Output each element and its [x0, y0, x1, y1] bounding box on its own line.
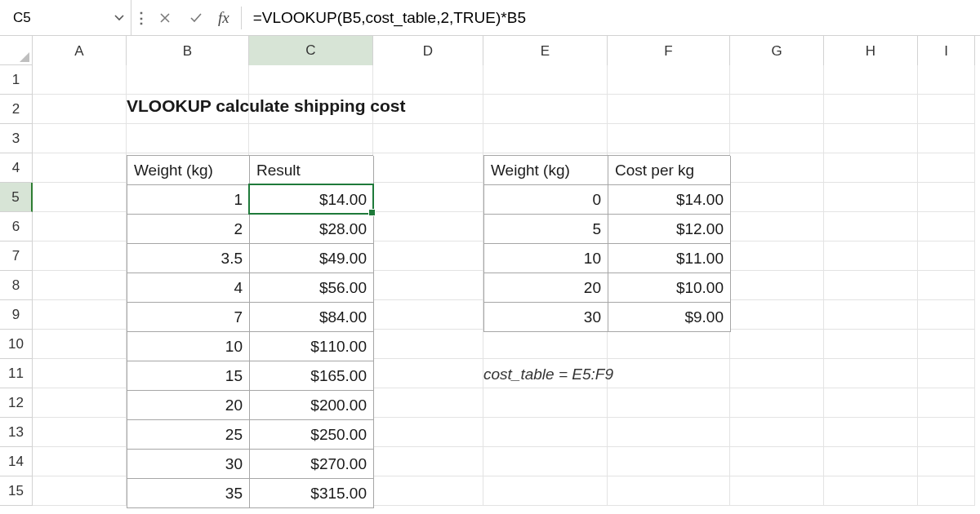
cell-H12[interactable] [824, 388, 918, 418]
cell-I10[interactable] [918, 330, 975, 359]
cell-D13[interactable] [373, 418, 483, 447]
table-row[interactable]: $11.00 [608, 244, 731, 273]
col-head-D[interactable]: D [373, 36, 483, 67]
table-row[interactable]: $315.00 [250, 479, 374, 508]
cell-A4[interactable] [33, 153, 127, 183]
table-row[interactable]: 3.5 [127, 244, 250, 273]
table-row[interactable]: 35 [127, 479, 250, 508]
cell-I15[interactable] [918, 476, 975, 506]
col-head-E[interactable]: E [483, 36, 608, 67]
cell-A9[interactable] [33, 300, 127, 330]
cell-G6[interactable] [730, 212, 824, 241]
cell-G8[interactable] [730, 271, 824, 300]
name-box[interactable] [8, 6, 111, 30]
cell-I11[interactable] [918, 359, 975, 388]
cell-H13[interactable] [824, 418, 918, 447]
select-all-corner[interactable] [0, 36, 33, 65]
col-head-B[interactable]: B [127, 36, 249, 67]
cell-F14[interactable] [608, 447, 730, 476]
cell-E10[interactable] [483, 330, 608, 359]
cell-A15[interactable] [33, 476, 127, 506]
cell-H14[interactable] [824, 447, 918, 476]
col-head-G[interactable]: G [730, 36, 824, 67]
table-row[interactable]: $165.00 [250, 361, 374, 391]
cell-E3[interactable] [483, 124, 608, 153]
cell-H10[interactable] [824, 330, 918, 359]
cell-A3[interactable] [33, 124, 127, 153]
table-row[interactable]: 0 [484, 185, 608, 215]
table-row[interactable]: 20 [127, 391, 250, 420]
row-head-13[interactable]: 13 [0, 418, 33, 447]
table-row[interactable]: 30 [484, 303, 608, 332]
cell-H1[interactable] [824, 65, 918, 95]
cell-H9[interactable] [824, 300, 918, 330]
cell-I13[interactable] [918, 418, 975, 447]
cell-H11[interactable] [824, 359, 918, 388]
cell-D7[interactable] [373, 241, 483, 271]
cell-G4[interactable] [730, 153, 824, 183]
table-row[interactable]: $110.00 [250, 332, 374, 361]
cell-E14[interactable] [483, 447, 608, 476]
cell-I12[interactable] [918, 388, 975, 418]
row-head-1[interactable]: 1 [0, 65, 33, 95]
cell-G13[interactable] [730, 418, 824, 447]
cell-D4[interactable] [373, 153, 483, 183]
row-head-10[interactable]: 10 [0, 330, 33, 359]
row-head-9[interactable]: 9 [0, 300, 33, 330]
table-row[interactable]: 4 [127, 273, 250, 303]
cell-D12[interactable] [373, 388, 483, 418]
cell-A5[interactable] [33, 183, 127, 212]
cell-D15[interactable] [373, 476, 483, 506]
cell-E15[interactable] [483, 476, 608, 506]
cell-G5[interactable] [730, 183, 824, 212]
row-head-4[interactable]: 4 [0, 153, 33, 183]
cell-I1[interactable] [918, 65, 975, 95]
row-head-12[interactable]: 12 [0, 388, 33, 418]
row-head-5[interactable]: 5 [0, 183, 33, 212]
cell-G11[interactable] [730, 359, 824, 388]
table-row[interactable]: 30 [127, 450, 250, 479]
cell-I3[interactable] [918, 124, 975, 153]
cell-G3[interactable] [730, 124, 824, 153]
cell-I9[interactable] [918, 300, 975, 330]
formula-input[interactable] [247, 6, 973, 30]
cell-I7[interactable] [918, 241, 975, 271]
cell-F13[interactable] [608, 418, 730, 447]
cell-E1[interactable] [483, 65, 608, 95]
table-row[interactable]: 10 [484, 244, 608, 273]
table-row[interactable]: $84.00 [250, 303, 374, 332]
col-head-I[interactable]: I [918, 36, 975, 67]
cell-G2[interactable] [730, 95, 824, 124]
cell-G7[interactable] [730, 241, 824, 271]
cell-A14[interactable] [33, 447, 127, 476]
cell-F2[interactable] [608, 95, 730, 124]
cell-I8[interactable] [918, 271, 975, 300]
cell-D1[interactable] [373, 65, 483, 95]
cell-I14[interactable] [918, 447, 975, 476]
cell-A11[interactable] [33, 359, 127, 388]
table-row[interactable]: $270.00 [250, 450, 374, 479]
col-head-C[interactable]: C [249, 36, 373, 67]
cell-H4[interactable] [824, 153, 918, 183]
cell-F3[interactable] [608, 124, 730, 153]
table-row[interactable]: $14.00 [608, 185, 731, 215]
cell-D6[interactable] [373, 212, 483, 241]
cell-H8[interactable] [824, 271, 918, 300]
cell-A12[interactable] [33, 388, 127, 418]
table-row[interactable]: $9.00 [608, 303, 731, 332]
cell-E13[interactable] [483, 418, 608, 447]
cell-A13[interactable] [33, 418, 127, 447]
cell-E12[interactable] [483, 388, 608, 418]
table-row[interactable]: $250.00 [250, 420, 374, 450]
cell-I2[interactable] [918, 95, 975, 124]
row-head-6[interactable]: 6 [0, 212, 33, 241]
cell-A10[interactable] [33, 330, 127, 359]
cell-H3[interactable] [824, 124, 918, 153]
cell-G14[interactable] [730, 447, 824, 476]
fx-icon[interactable]: fx [216, 9, 233, 27]
cell-G9[interactable] [730, 300, 824, 330]
cell-H2[interactable] [824, 95, 918, 124]
cell-D10[interactable] [373, 330, 483, 359]
table-row[interactable]: $12.00 [608, 215, 731, 244]
enter-check-icon[interactable] [185, 7, 207, 29]
